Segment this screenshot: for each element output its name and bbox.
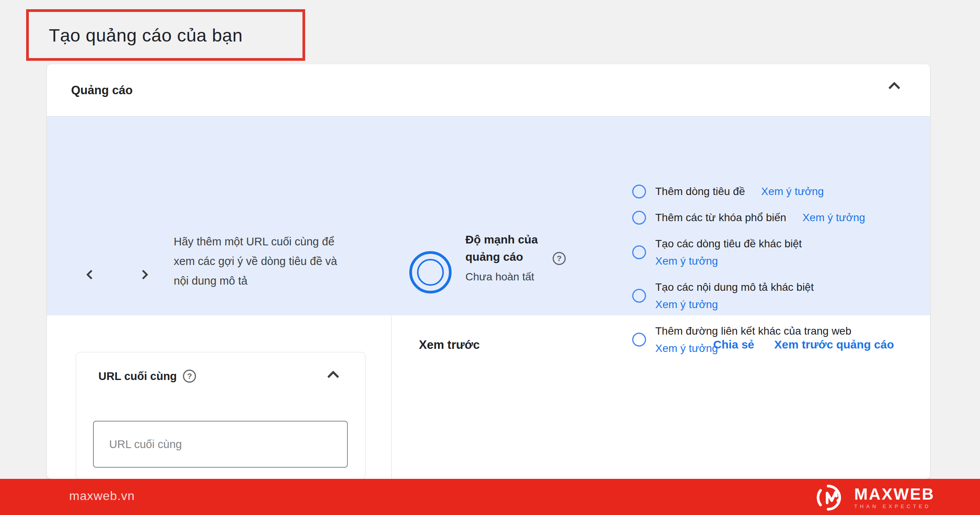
page: Tạo quảng cáo của bạn Quảng cáo Hãy thêm… [0,0,980,515]
maxweb-logo-icon [816,481,849,513]
footer-brand-name: MAXWEB [854,486,935,503]
column-divider [391,315,392,479]
ad-strength-gauge-inner [417,259,444,286]
ad-card-title: Quảng cáo [71,83,133,97]
suggestion-label: Tạo các dòng tiêu đề khác biệt [655,235,802,252]
ad-strength-banner: Hãy thêm một URL cuối cùng để xem các gợ… [47,117,930,315]
radio-button-icon[interactable] [632,289,646,303]
footer-bar: maxweb.vn MAXWEB THAN EXPECTED [0,479,980,515]
suggestion-label: Thêm đường liên kết khác của trang web [655,322,851,340]
radio-button-icon[interactable] [632,185,646,198]
ad-strength-title: Độ mạnh của quảng cáo [465,231,552,265]
radio-button-icon[interactable] [632,245,646,259]
chevron-up-icon [327,370,339,382]
view-ideas-link[interactable]: Xem ý tưởng [802,209,865,226]
collapse-card-button[interactable] [890,83,899,93]
suggestion-item-unique-headlines: Tạo các dòng tiêu đề khác biệt Xem ý tưở… [632,235,802,270]
preview-links: Chia sẻ Xem trước quảng cáo [713,338,894,351]
help-icon[interactable]: ? [553,252,566,265]
share-link[interactable]: Chia sẻ [713,338,754,351]
view-ideas-link[interactable]: Xem ý tưởng [655,252,802,270]
chevron-right-icon [138,270,148,279]
ad-card: Quảng cáo Hãy thêm một URL cuối cùng để … [47,64,930,479]
radio-button-icon[interactable] [632,333,646,347]
page-title-highlight-box: Tạo quảng cáo của bạn [26,9,305,61]
collapse-final-url-button[interactable] [329,372,337,382]
suggestion-label: Tạo các nội dung mô tả khác biệt [655,278,814,296]
suggestion-item-add-keywords: Thêm các từ khóa phổ biến Xem ý tưởng [632,209,865,226]
carousel-next-button[interactable] [135,266,152,283]
ad-strength-gauge [409,251,452,293]
suggestion-item-unique-descriptions: Tạo các nội dung mô tả khác biệt Xem ý t… [632,278,814,313]
suggestion-label: Thêm dòng tiêu đề [655,183,745,200]
carousel-prev-button[interactable] [82,266,100,283]
ad-strength-status: Chưa hoàn tất [465,269,552,285]
chevron-up-icon [888,82,900,93]
view-ideas-link[interactable]: Xem ý tưởng [655,296,814,313]
footer-site-text: maxweb.vn [69,489,135,503]
banner-hint-text: Hãy thêm một URL cuối cùng để xem các gợ… [174,232,338,291]
radio-button-icon[interactable] [632,211,646,225]
final-url-title: URL cuối cùng [98,370,177,383]
page-title: Tạo quảng cáo của bạn [49,25,243,46]
preview-title: Xem trước [419,338,480,352]
help-icon[interactable]: ? [183,370,196,383]
footer-brand: MAXWEB THAN EXPECTED [816,481,935,513]
final-url-input[interactable] [93,421,348,468]
suggestion-label: Thêm các từ khóa phổ biến [655,209,786,226]
chevron-left-icon [86,270,96,279]
final-url-card: URL cuối cùng ? [76,352,365,480]
ad-preview-link[interactable]: Xem trước quảng cáo [774,338,894,351]
footer-brand-tagline: THAN EXPECTED [854,503,935,509]
suggestion-item-add-headlines: Thêm dòng tiêu đề Xem ý tưởng [632,183,824,200]
ad-card-header: Quảng cáo [47,64,930,117]
ad-strength-block: Độ mạnh của quảng cáo Chưa hoàn tất [465,231,552,285]
view-ideas-link[interactable]: Xem ý tưởng [761,183,824,200]
final-url-header: URL cuối cùng ? [98,370,196,383]
